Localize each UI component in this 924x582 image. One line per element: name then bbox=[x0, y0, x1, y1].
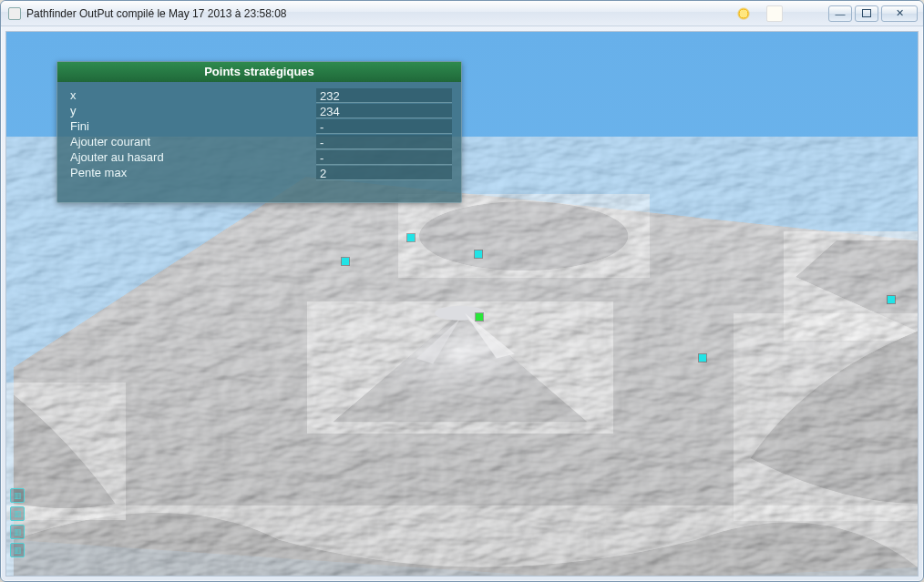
row-y[interactable]: y 234 bbox=[70, 103, 452, 118]
marker-point[interactable] bbox=[407, 234, 415, 241]
marker-point[interactable] bbox=[342, 258, 349, 265]
window-title: Pathfinder OutPut compilé le May 17 2013… bbox=[26, 7, 730, 20]
marker-point[interactable] bbox=[699, 354, 706, 362]
blank-icon bbox=[766, 5, 783, 22]
row-ajouter-courant[interactable]: Ajouter courant - bbox=[70, 134, 452, 149]
label: Fini bbox=[70, 118, 316, 135]
label: x bbox=[70, 87, 316, 104]
row-x[interactable]: x 232 bbox=[70, 87, 452, 103]
sun-icon bbox=[735, 5, 752, 22]
value[interactable]: 234 bbox=[316, 104, 452, 118]
titlebar[interactable]: Pathfinder OutPut compilé le May 17 2013… bbox=[1, 1, 923, 26]
strategic-points-panel[interactable]: Points stratégiques x 232 y 234 Fini - A… bbox=[56, 61, 462, 203]
caption-buttons: — ✕ bbox=[828, 5, 918, 22]
app-icon bbox=[8, 7, 21, 20]
label: Ajouter au hasard bbox=[70, 149, 316, 166]
row-ajouter-hasard[interactable]: Ajouter au hasard - bbox=[70, 149, 452, 165]
marker-active[interactable] bbox=[476, 313, 483, 321]
value[interactable]: - bbox=[316, 119, 452, 134]
value[interactable]: 2 bbox=[316, 166, 452, 180]
panel-body: x 232 y 234 Fini - Ajouter courant - Ajo… bbox=[57, 82, 461, 182]
vp-toggle-4-icon[interactable]: ▥ bbox=[10, 543, 25, 557]
maximize-button[interactable] bbox=[855, 5, 878, 22]
viewport-3d[interactable]: Points stratégiques x 232 y 234 Fini - A… bbox=[5, 31, 919, 577]
svg-rect-0 bbox=[863, 10, 871, 17]
row-fini[interactable]: Fini - bbox=[70, 118, 452, 134]
value[interactable]: - bbox=[316, 135, 452, 149]
close-button[interactable]: ✕ bbox=[881, 5, 918, 22]
svg-point-3 bbox=[419, 201, 628, 271]
row-pente-max[interactable]: Pente max 2 bbox=[70, 165, 452, 180]
minimize-button[interactable]: — bbox=[828, 5, 852, 22]
label: y bbox=[70, 103, 316, 119]
app-window: Pathfinder OutPut compilé le May 17 2013… bbox=[0, 0, 924, 582]
vp-toggle-1-icon[interactable]: ▥ bbox=[10, 488, 25, 503]
value[interactable]: - bbox=[316, 150, 452, 165]
label: Ajouter courant bbox=[70, 134, 316, 150]
vp-toggle-3-icon[interactable]: ▥ bbox=[10, 525, 25, 539]
panel-title: Points stratégiques bbox=[57, 62, 461, 82]
marker-point[interactable] bbox=[475, 250, 482, 258]
vp-toggle-2-icon[interactable]: ▥ bbox=[10, 506, 25, 521]
label: Pente max bbox=[70, 165, 316, 181]
value[interactable]: 232 bbox=[316, 88, 452, 103]
marker-point[interactable] bbox=[888, 296, 895, 303]
viewport-toggle-stack: ▥ ▥ ▥ ▥ bbox=[10, 488, 25, 557]
